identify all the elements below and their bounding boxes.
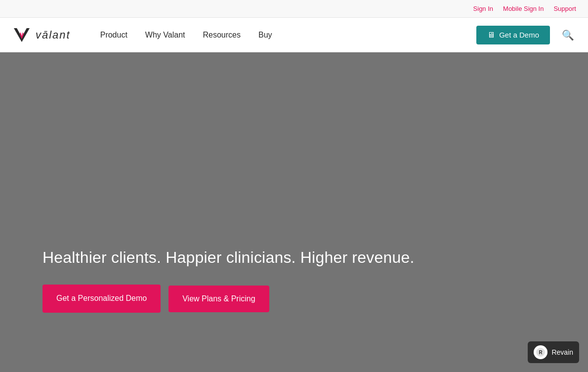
top-bar: Sign In Mobile Sign In Support (0, 0, 588, 18)
hero-content: Healthier clients. Happier clinicians. H… (42, 248, 588, 313)
hero-buttons: Get a Personalized Demo View Plans & Pri… (42, 285, 588, 313)
nav-link-product[interactable]: Product (100, 31, 127, 40)
mobile-sign-in-link[interactable]: Mobile Sign In (503, 5, 544, 12)
view-plans-pricing-button[interactable]: View Plans & Pricing (168, 286, 269, 312)
support-link[interactable]: Support (553, 5, 576, 12)
hero-headline: Healthier clients. Happier clinicians. H… (42, 248, 588, 267)
get-demo-label: Get a Demo (499, 31, 539, 39)
nav-link-buy[interactable]: Buy (258, 31, 272, 40)
search-button[interactable]: 🔍 (560, 27, 576, 43)
logo-icon (12, 26, 32, 44)
get-demo-button[interactable]: 🖥 Get a Demo (476, 26, 550, 44)
svg-text:R: R (539, 350, 543, 355)
hero-overlay (0, 52, 588, 372)
revain-text: Revain (551, 348, 573, 356)
nav-link-why-valant[interactable]: Why Valant (145, 31, 185, 40)
get-personalized-demo-button[interactable]: Get a Personalized Demo (42, 285, 161, 313)
svg-marker-0 (14, 28, 30, 42)
nav-link-resources[interactable]: Resources (203, 31, 240, 40)
search-icon: 🔍 (562, 30, 574, 41)
revain-badge: R Revain (528, 341, 579, 363)
revain-icon: R (534, 345, 547, 359)
sign-in-link[interactable]: Sign In (473, 5, 493, 12)
logo-link[interactable]: vālant (12, 26, 71, 44)
main-nav: vālant Product Why Valant Resources Buy … (0, 18, 588, 52)
logo-text: vālant (36, 29, 71, 41)
hero-section: Healthier clients. Happier clinicians. H… (0, 52, 588, 372)
nav-links: Product Why Valant Resources Buy (100, 31, 476, 40)
monitor-icon: 🖥 (487, 31, 495, 40)
